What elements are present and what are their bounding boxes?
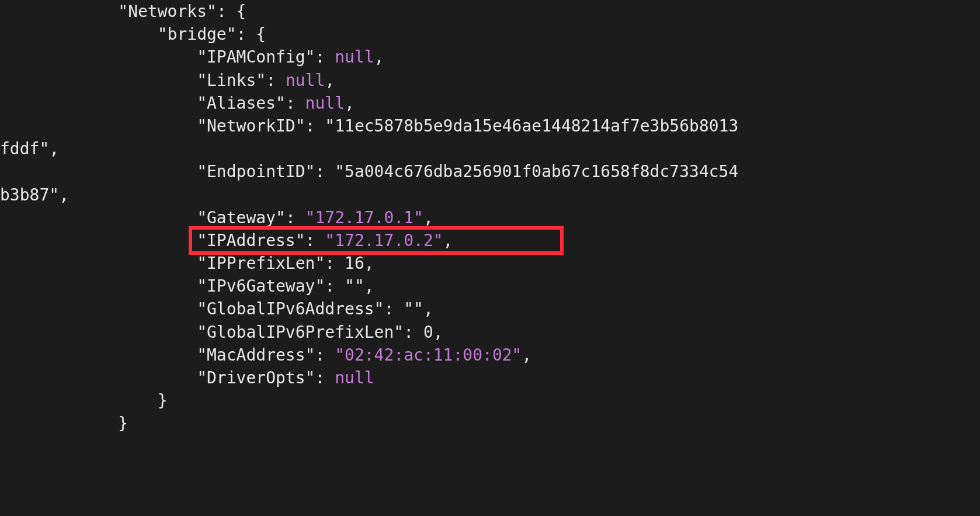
json-key-aliases: "Aliases" (197, 93, 286, 113)
json-output: "Networks": { "bridge": { "IPAMConfig": … (0, 0, 980, 435)
json-key-gateway: "Gateway" (197, 208, 286, 227)
json-key-globalipv6pref: "GlobalIPv6PrefixLen" (197, 323, 404, 342)
json-key-globalipv6addr: "GlobalIPv6Address" (197, 299, 384, 318)
json-key-bridge: "bridge" (158, 25, 237, 44)
json-val-driveropts: null (335, 368, 374, 387)
json-key-ipaddress: "IPAddress" (197, 231, 305, 250)
json-val-ipprefixlen: 16 (345, 254, 364, 273)
json-key-networkid: "NetworkID" (197, 116, 305, 136)
json-val-ipv6gateway: "" (345, 276, 364, 296)
json-key-ipamconfig: "IPAMConfig" (197, 47, 315, 67)
json-val-links: null (286, 71, 325, 90)
json-key-networks: "Networks" (118, 2, 217, 21)
json-val-networkid: "11ec5878b5e9da15e46ae1448214af7e3b56b80… (325, 116, 738, 136)
json-val-endpointid-wrap: b3b87", (0, 185, 69, 205)
json-val-gateway: "172.17.0.1" (305, 208, 423, 227)
json-key-ipprefixlen: "IPPrefixLen" (197, 254, 325, 273)
json-val-aliases: null (305, 93, 345, 113)
json-key-macaddress: "MacAddress" (197, 345, 315, 365)
json-val-globalipv6addr: "" (404, 299, 423, 318)
json-key-ipv6gateway: "IPv6Gateway" (197, 276, 325, 296)
json-key-driveropts: "DriverOpts" (197, 368, 315, 387)
json-val-globalipv6pref: 0 (423, 323, 433, 342)
json-val-macaddress: "02:42:ac:11:00:02" (335, 345, 522, 365)
json-val-endpointid: "5a004c676dba256901f0ab67c1658f8dc7334c5… (335, 162, 738, 181)
json-val-ipamconfig: null (335, 47, 374, 67)
json-val-ipaddress: "172.17.0.2" (325, 231, 443, 250)
json-val-networkid-wrap: fddf", (0, 139, 59, 158)
json-key-links: "Links" (197, 71, 266, 90)
json-key-endpointid: "EndpointID" (197, 162, 315, 181)
